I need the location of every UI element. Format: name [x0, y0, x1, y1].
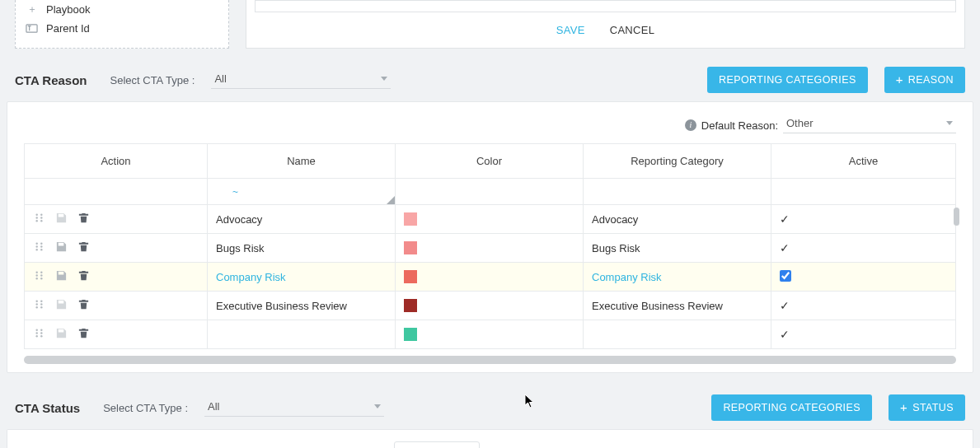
delete-row-icon[interactable]: [77, 240, 90, 253]
save-row-icon[interactable]: [55, 269, 68, 282]
horizontal-scrollbar[interactable]: [24, 356, 956, 364]
cta-status-header: CTA Status Select CTA Type : All REPORTI…: [3, 373, 977, 424]
svg-point-7: [35, 243, 37, 245]
check-icon: ✓: [780, 299, 790, 312]
category-cell[interactable]: Company Risk: [584, 263, 771, 292]
action-cell: [25, 292, 208, 320]
color-cell[interactable]: [396, 292, 584, 320]
name-cell[interactable]: [208, 320, 396, 349]
active-cell[interactable]: [771, 263, 956, 292]
drag-handle-icon[interactable]: [33, 240, 45, 253]
filter-label: Select CTA Type :: [110, 74, 195, 86]
svg-point-27: [35, 332, 37, 334]
cta-reason-header: CTA Reason Select CTA Type : All REPORTI…: [3, 49, 977, 96]
name-cell[interactable]: Bugs Risk: [208, 234, 396, 263]
default-closed-status-select[interactable]: Closed Success: [624, 446, 797, 449]
svg-point-15: [35, 274, 37, 276]
cta-reason-panel: i Default Reason: Other Action Name Colo…: [7, 101, 973, 373]
active-cell[interactable]: ✓: [771, 205, 956, 234]
active-checkbox[interactable]: [780, 270, 791, 282]
default-open-status-select[interactable]: New: [307, 446, 381, 449]
field-item-playbook[interactable]: ＋ Playbook: [26, 0, 218, 19]
table-row: Bugs RiskBugs Risk✓: [25, 234, 956, 263]
col-active[interactable]: Active: [771, 144, 956, 179]
svg-point-26: [40, 329, 42, 331]
col-category[interactable]: Reporting Category: [584, 144, 771, 179]
col-color[interactable]: Color: [396, 144, 584, 179]
category-cell[interactable]: [584, 320, 771, 349]
delete-row-icon[interactable]: [77, 212, 90, 224]
reporting-categories-button-status[interactable]: REPORTING CATEGORIES: [711, 394, 872, 421]
svg-point-19: [35, 301, 37, 302]
info-icon: i: [685, 119, 696, 131]
filter-value: All: [208, 400, 219, 413]
color-cell[interactable]: [396, 234, 584, 263]
color-swatch: [404, 212, 417, 226]
color-cell[interactable]: [396, 263, 584, 292]
fields-palette: ＋ Playbook Parent Id: [15, 0, 229, 49]
category-cell[interactable]: Bugs Risk: [584, 234, 771, 263]
col-name[interactable]: Name: [208, 144, 396, 179]
delete-row-icon[interactable]: [77, 327, 90, 339]
name-cell[interactable]: Advocacy: [208, 205, 396, 234]
name-cell[interactable]: Company Risk: [208, 263, 396, 292]
section-title: CTA Reason: [15, 73, 87, 87]
podcasts-chip[interactable]: Podcasts: [394, 441, 479, 448]
active-cell[interactable]: ✓: [771, 292, 956, 320]
save-row-icon[interactable]: [55, 240, 68, 253]
check-icon: ✓: [780, 212, 790, 226]
col-action[interactable]: Action: [25, 144, 208, 179]
action-cell: [25, 205, 208, 234]
svg-point-13: [35, 272, 37, 273]
default-reason-select[interactable]: Other: [783, 117, 956, 133]
active-cell[interactable]: ✓: [771, 320, 956, 349]
save-row-icon: [55, 212, 68, 224]
vertical-scrollbar[interactable]: [954, 208, 959, 226]
active-cell[interactable]: ✓: [771, 234, 956, 263]
reporting-categories-button[interactable]: REPORTING CATEGORIES: [707, 67, 868, 93]
color-swatch: [404, 328, 417, 341]
svg-point-3: [35, 217, 37, 218]
svg-point-6: [40, 220, 42, 222]
svg-point-30: [40, 335, 42, 337]
open-status-value: New: [310, 446, 331, 449]
delete-row-icon[interactable]: [77, 298, 90, 310]
svg-point-29: [35, 335, 37, 337]
svg-point-11: [35, 249, 37, 250]
text-field-icon: [26, 22, 38, 35]
action-cell: [25, 234, 208, 263]
category-cell[interactable]: Executive Business Review: [584, 292, 771, 320]
add-reason-button[interactable]: + REASON: [884, 67, 965, 93]
cta-type-select[interactable]: All: [211, 71, 391, 89]
svg-point-21: [35, 303, 37, 305]
save-button[interactable]: SAVE: [556, 24, 585, 36]
section-title: CTA Status: [15, 401, 80, 415]
drag-handle-icon[interactable]: [33, 298, 45, 310]
check-icon: ✓: [780, 328, 790, 341]
name-filter[interactable]: ~: [216, 186, 238, 198]
color-swatch: [404, 241, 417, 254]
table-row: AdvocacyAdvocacy✓: [25, 205, 956, 234]
filter-label: Select CTA Type :: [103, 402, 188, 414]
name-cell[interactable]: Executive Business Review: [208, 292, 396, 320]
cta-type-select-status[interactable]: All: [204, 399, 384, 417]
drag-handle-icon[interactable]: [33, 327, 45, 339]
category-cell[interactable]: Advocacy: [584, 205, 771, 234]
color-cell[interactable]: [396, 320, 584, 349]
table-row: Company RiskCompany Risk: [25, 263, 956, 292]
drag-handle-icon[interactable]: [33, 212, 45, 224]
resize-handle-icon[interactable]: [387, 196, 395, 204]
color-cell[interactable]: [396, 205, 584, 234]
drag-handle-icon[interactable]: [33, 269, 45, 282]
svg-point-17: [35, 278, 37, 279]
svg-point-16: [40, 274, 42, 276]
chevron-down-icon: [946, 121, 953, 125]
cancel-button[interactable]: CANCEL: [610, 24, 655, 36]
field-item-parent-id[interactable]: Parent Id: [26, 19, 218, 38]
editor-panel: SAVE CANCEL: [246, 0, 965, 49]
svg-point-23: [35, 306, 37, 308]
editor-body[interactable]: [255, 0, 956, 12]
svg-point-20: [40, 301, 42, 302]
delete-row-icon[interactable]: [77, 269, 90, 282]
add-status-button[interactable]: + STATUS: [889, 394, 965, 421]
